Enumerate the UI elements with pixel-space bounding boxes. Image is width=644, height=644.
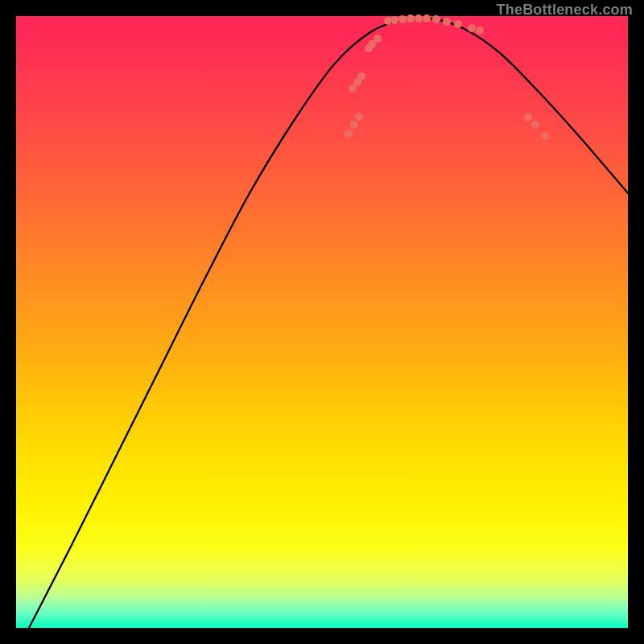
curve-marker xyxy=(423,14,431,23)
curve-marker xyxy=(357,72,365,80)
curve-marker xyxy=(355,113,363,121)
curve-marker xyxy=(349,85,357,93)
curve-marker xyxy=(398,15,407,23)
chart-svg xyxy=(16,16,628,628)
curve-marker xyxy=(476,27,484,35)
bottleneck-curve xyxy=(29,18,628,628)
curve-markers xyxy=(345,14,549,140)
curve-marker xyxy=(524,114,532,122)
chart-stage: TheBottleneck.com xyxy=(0,0,644,644)
curve-marker xyxy=(415,14,423,23)
plot-area xyxy=(16,16,628,628)
curve-marker xyxy=(454,20,462,28)
curve-marker xyxy=(531,121,539,129)
curve-marker xyxy=(345,130,353,138)
curve-marker xyxy=(432,15,440,23)
curve-marker xyxy=(468,24,476,32)
curve-marker xyxy=(374,35,382,43)
curve-marker xyxy=(541,132,549,140)
curve-marker xyxy=(350,121,358,129)
curve-marker xyxy=(443,18,451,26)
curve-marker xyxy=(407,14,415,23)
curve-marker xyxy=(390,16,398,24)
